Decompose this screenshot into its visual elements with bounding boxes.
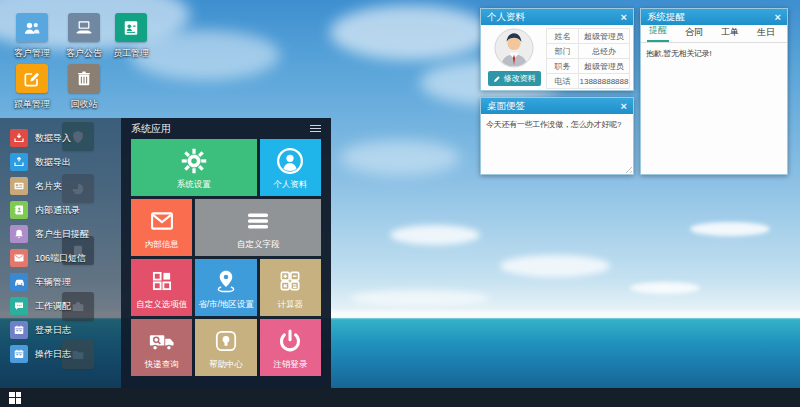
note-panel: 桌面便签 × 今天还有一些工作没做，怎么办才好呢? xyxy=(480,97,634,175)
table-row: 电话 13888888888 xyxy=(547,74,630,89)
profile-position-value: 超级管理员 xyxy=(579,59,630,74)
desktop-icon-recycle-bin[interactable]: 回收站 xyxy=(58,64,110,111)
customers-icon xyxy=(21,18,43,38)
profile-department-value: 总经办 xyxy=(579,44,630,59)
desktop: 客户管理 客户公告 员工管理 跟单管理 xyxy=(0,0,800,407)
bell-icon xyxy=(13,228,25,240)
announcement-icon xyxy=(73,18,95,38)
taskbar xyxy=(0,388,800,407)
tile-system-settings[interactable]: 系统设置 xyxy=(131,139,257,196)
power-icon xyxy=(276,327,304,355)
close-icon[interactable]: × xyxy=(775,12,781,23)
order-edit-icon xyxy=(22,69,42,89)
sidebar-item-vehicle-management[interactable]: 车辆管理 xyxy=(0,270,121,294)
note-text[interactable]: 今天还有一些工作没做，怎么办才好呢? xyxy=(481,114,633,135)
tab-contract[interactable]: 合同 xyxy=(683,23,705,42)
reminder-empty-text: 抱歉,暂无相关记录! xyxy=(641,43,787,64)
sidebar-item-work-assignment[interactable]: 工作调配 xyxy=(0,294,121,318)
calendar-icon xyxy=(13,348,25,360)
tab-birthday[interactable]: 生日 xyxy=(755,23,777,42)
launcher-title: 系统应用 xyxy=(131,122,171,136)
sidebar-item-card-holder[interactable]: 名片夹 xyxy=(0,174,121,198)
import-icon xyxy=(13,132,25,144)
bulb-icon xyxy=(213,328,239,354)
profile-panel: 个人资料 × 修改资料 xyxy=(480,8,634,91)
tile-help-center[interactable]: 帮助中心 xyxy=(195,319,256,376)
desktop-icon-label: 员工管理 xyxy=(113,47,149,60)
gear-icon xyxy=(179,146,209,176)
launcher-panel: 系统应用 系统设置 个人资料 xyxy=(121,118,331,388)
sidebar-item-operation-log[interactable]: 操作日志 xyxy=(0,342,121,366)
export-icon xyxy=(13,156,25,168)
sidebar-item-sms-port[interactable]: 106端口短信 xyxy=(0,246,121,270)
car-icon xyxy=(13,276,26,289)
calculator-icon xyxy=(277,268,303,294)
desktop-icon-label: 客户管理 xyxy=(14,47,50,60)
card-icon xyxy=(13,180,25,192)
app-sidebar: 数据导入 数据导出 名片夹 内部通讯录 客户生日提醒 106端口短信 车辆管理 xyxy=(0,118,121,388)
cloud xyxy=(690,222,770,236)
profile-panel-title: 个人资料 xyxy=(487,11,525,24)
tile-logout[interactable]: 注销登录 xyxy=(260,319,321,376)
table-row: 姓名 超级管理员 xyxy=(547,29,630,44)
sidebar-item-login-log[interactable]: 登录日志 xyxy=(0,318,121,342)
table-row: 职务 超级管理员 xyxy=(547,59,630,74)
cloud xyxy=(350,290,490,306)
sidebar-item-birthday-reminder[interactable]: 客户生日提醒 xyxy=(0,222,121,246)
tile-custom-fields[interactable]: 自定义字段 xyxy=(195,199,321,256)
desktop-icon-employee-management[interactable]: 员工管理 xyxy=(105,13,157,60)
reminder-panel: 系统提醒 × 提醒 合同 工单 生日 抱歉,暂无相关记录! xyxy=(640,8,788,175)
desktop-icon-customer-management[interactable]: 客户管理 xyxy=(6,13,58,60)
profile-phone-value: 13888888888 xyxy=(579,74,630,89)
profile-table: 姓名 超级管理员 部门 总经办 职务 超级管理员 电话 13888888888 xyxy=(546,28,630,89)
tile-calculator[interactable]: 计算器 xyxy=(260,259,321,316)
edit-profile-button[interactable]: 修改资料 xyxy=(488,71,541,86)
location-icon xyxy=(213,268,239,294)
tile-custom-options[interactable]: 自定义选项值 xyxy=(131,259,192,316)
chat-icon xyxy=(13,300,25,312)
grid-icon xyxy=(149,268,175,294)
launcher-menu-icon[interactable] xyxy=(310,123,321,134)
start-button[interactable] xyxy=(9,392,21,404)
note-panel-title: 桌面便签 xyxy=(487,100,525,113)
close-icon[interactable]: × xyxy=(621,12,627,23)
mail-icon xyxy=(148,207,176,235)
sidebar-item-data-export[interactable]: 数据导出 xyxy=(0,150,121,174)
cloud xyxy=(340,140,460,175)
reminder-tabs: 提醒 合同 工单 生日 xyxy=(641,25,787,43)
windows-logo-icon xyxy=(9,392,15,398)
desktop-icon-label: 回收站 xyxy=(71,98,98,111)
desktop-icon-label: 跟单管理 xyxy=(14,98,50,111)
cloud xyxy=(630,282,700,294)
tile-internal-messages[interactable]: 内部信息 xyxy=(131,199,192,256)
desktop-icon-label: 客户公告 xyxy=(66,47,102,60)
user-icon xyxy=(275,146,305,176)
list-icon xyxy=(243,206,273,236)
tile-grid: 系统设置 个人资料 内部信息 自定义字段 xyxy=(131,139,321,376)
truck-icon xyxy=(147,327,177,355)
cloud xyxy=(500,255,610,277)
tile-personal-profile[interactable]: 个人资料 xyxy=(260,139,321,196)
tile-express-tracking[interactable]: 快递查询 xyxy=(131,319,192,376)
recycle-bin-icon xyxy=(75,69,93,88)
cloud xyxy=(330,5,490,60)
tile-region-settings[interactable]: 省/市/地区设置 xyxy=(195,259,256,316)
desktop-icon-order-management[interactable]: 跟单管理 xyxy=(6,64,58,111)
employee-icon xyxy=(121,18,141,38)
sms-icon xyxy=(13,252,25,264)
close-icon[interactable]: × xyxy=(621,101,627,112)
tab-reminder[interactable]: 提醒 xyxy=(647,21,669,42)
sidebar-item-internal-contacts[interactable]: 内部通讯录 xyxy=(0,198,121,222)
profile-name-value: 超级管理员 xyxy=(579,29,630,44)
contacts-icon xyxy=(13,204,25,216)
table-row: 部门 总经办 xyxy=(547,44,630,59)
desktop-icon-customer-announcement[interactable]: 客户公告 xyxy=(58,13,110,60)
calendar-icon xyxy=(13,324,25,336)
resize-handle[interactable] xyxy=(623,164,632,173)
edit-icon xyxy=(493,75,501,83)
avatar xyxy=(494,28,534,68)
sidebar-item-data-import[interactable]: 数据导入 xyxy=(0,126,121,150)
cloud xyxy=(390,225,480,245)
tab-work-order[interactable]: 工单 xyxy=(719,23,741,42)
